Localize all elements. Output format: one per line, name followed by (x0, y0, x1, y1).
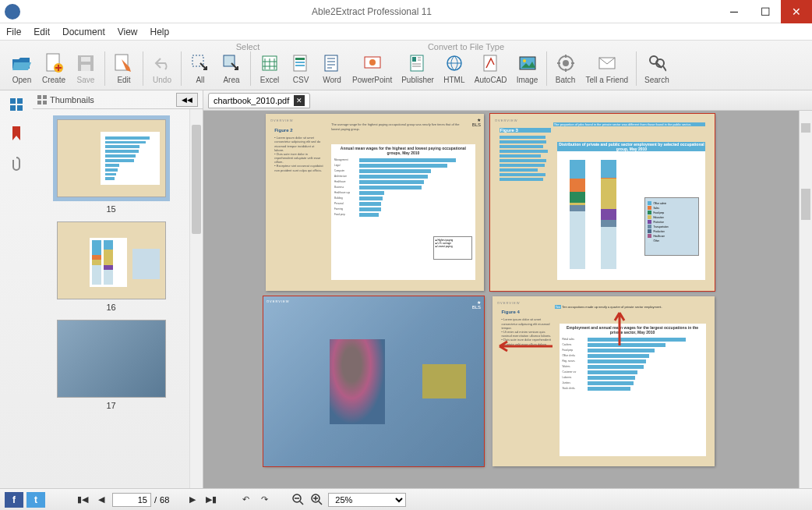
section-select: Select (209, 41, 287, 53)
svg-rect-28 (17, 98, 23, 104)
zoom-out-button[interactable] (291, 492, 306, 508)
close-button[interactable]: ✕ (781, 0, 812, 23)
prev-page-button[interactable]: ◀ (94, 492, 109, 508)
svg-rect-19 (484, 55, 496, 71)
menubar: File Edit Document View Help (0, 23, 812, 41)
annotation-arrow-left (492, 338, 554, 354)
svg-point-23 (563, 60, 569, 66)
page-sep: / (154, 495, 157, 505)
svg-rect-30 (17, 105, 23, 111)
rotate-cw-button[interactable]: ↷ (256, 492, 272, 508)
thumbnail-17[interactable]: 17 (57, 320, 166, 410)
svg-point-15 (369, 59, 376, 66)
tab-close-icon[interactable]: ✕ (294, 95, 305, 106)
document-scrollbar[interactable] (799, 111, 812, 488)
total-pages: 68 (160, 495, 169, 505)
tab-label: chartbook_2010.pdf (214, 96, 289, 105)
svg-rect-13 (325, 55, 337, 71)
thumbnails-scrollbar[interactable] (189, 109, 203, 488)
menu-document[interactable]: Document (62, 27, 105, 37)
svg-rect-32 (43, 95, 47, 99)
svg-rect-11 (295, 62, 305, 63)
tell-friend-button[interactable]: Tell a Friend (581, 49, 633, 87)
svg-rect-12 (295, 65, 305, 66)
batch-button[interactable]: Batch (550, 49, 581, 87)
publisher-button[interactable]: Publisher (397, 49, 439, 87)
save-button: Save (70, 49, 101, 87)
image-button[interactable]: Image (512, 49, 543, 87)
word-button[interactable]: Word (316, 49, 348, 87)
svg-rect-29 (10, 105, 16, 111)
facebook-button[interactable]: f (5, 492, 23, 508)
left-panel: Thumbnails ◀◀ 15 16 (0, 90, 203, 488)
collapse-panel-button[interactable]: ◀◀ (176, 93, 198, 107)
menu-edit[interactable]: Edit (34, 27, 50, 37)
svg-rect-27 (10, 98, 16, 104)
zoom-in-button[interactable] (309, 492, 325, 508)
edit-button[interactable]: Edit (108, 49, 139, 87)
last-page-button[interactable]: ▶▮ (203, 492, 219, 508)
statusbar: f t ▮◀ ◀ / 68 ▶ ▶▮ ↶ ↷ 25% (0, 488, 812, 510)
page-15[interactable]: OVERVIEW ★BLS The average wage for the h… (266, 114, 484, 291)
thumbnails-list: 15 16 17 (33, 109, 189, 488)
svg-rect-17 (412, 57, 416, 62)
maximize-button[interactable]: ☐ (750, 0, 781, 23)
annotation-arrow-up (612, 308, 627, 347)
powerpoint-button[interactable]: PowerPoint (348, 49, 397, 87)
svg-rect-3 (81, 57, 90, 62)
thumbnails-header: Thumbnails (37, 95, 176, 104)
all-button[interactable]: All (185, 49, 216, 87)
autocad-button[interactable]: AutoCAD (470, 49, 512, 87)
attachments-icon[interactable] (7, 154, 26, 173)
document-viewport[interactable]: OVERVIEW ★BLS The average wage for the h… (203, 111, 799, 488)
excel-button[interactable]: Excel (254, 49, 285, 87)
svg-point-21 (523, 59, 526, 62)
csv-button[interactable]: CSV (285, 49, 316, 87)
page-18[interactable]: OVERVIEW Ten Ten occupations made up nea… (492, 296, 715, 466)
svg-rect-31 (37, 95, 41, 99)
page-17[interactable]: OVERVIEW ★BLS (263, 296, 484, 466)
thumbnail-16[interactable]: 16 (57, 221, 166, 312)
create-button[interactable]: Create (37, 49, 70, 87)
window-title: Able2Extract Professional 11 (25, 6, 718, 17)
titlebar: Able2Extract Professional 11 ─ ☐ ✕ (0, 0, 812, 23)
page-16[interactable]: OVERVIEW The proportion of jobs found in… (490, 114, 715, 291)
open-button[interactable]: Open (6, 49, 37, 87)
zoom-select[interactable]: 25% (328, 493, 406, 507)
undo-button: Undo (147, 49, 178, 87)
menu-view[interactable]: View (118, 27, 138, 37)
svg-rect-33 (37, 101, 41, 104)
thumbnails-mode-icon[interactable] (7, 95, 26, 114)
svg-rect-4 (81, 65, 90, 71)
thumbnail-15[interactable]: 15 (53, 115, 170, 214)
svg-rect-10 (295, 58, 305, 60)
app-icon (5, 4, 20, 19)
bookmarks-icon[interactable] (7, 125, 26, 143)
menu-help[interactable]: Help (150, 27, 170, 37)
document-tabs: chartbook_2010.pdf ✕ (203, 90, 812, 111)
document-tab[interactable]: chartbook_2010.pdf ✕ (208, 93, 310, 108)
next-page-button[interactable]: ▶ (185, 492, 200, 508)
page-input[interactable] (112, 493, 151, 507)
twitter-button[interactable]: t (26, 492, 45, 508)
minimize-button[interactable]: ─ (718, 0, 750, 23)
toolbar: Select Convert to File Type Open Create … (0, 41, 812, 90)
area-button[interactable]: Area (216, 49, 247, 87)
first-page-button[interactable]: ▮◀ (75, 492, 90, 508)
html-button[interactable]: HTML (439, 49, 470, 87)
section-convert: Convert to File Type (287, 41, 645, 53)
search-button[interactable]: Search (640, 49, 674, 87)
menu-file[interactable]: File (6, 27, 21, 37)
rotate-ccw-button[interactable]: ↶ (238, 492, 253, 508)
svg-rect-34 (43, 101, 47, 104)
